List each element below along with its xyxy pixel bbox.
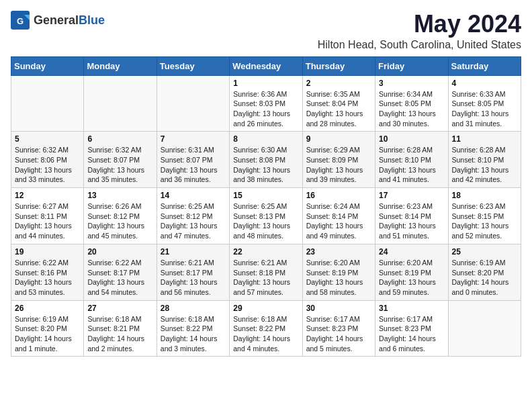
day-content: Sunrise: 6:23 AMSunset: 8:14 PMDaylight:… bbox=[379, 201, 444, 241]
day-number: 27 bbox=[87, 304, 152, 313]
calendar-cell: 8Sunrise: 6:30 AMSunset: 8:08 PMDaylight… bbox=[230, 132, 302, 188]
day-number: 14 bbox=[161, 191, 226, 200]
day-content: Sunrise: 6:20 AMSunset: 8:19 PMDaylight:… bbox=[379, 258, 444, 298]
calendar-cell: 15Sunrise: 6:25 AMSunset: 8:13 PMDayligh… bbox=[230, 188, 302, 244]
day-content: Sunrise: 6:31 AMSunset: 8:07 PMDaylight:… bbox=[161, 145, 226, 185]
calendar-cell: 4Sunrise: 6:33 AMSunset: 8:05 PMDaylight… bbox=[448, 75, 521, 132]
day-content: Sunrise: 6:33 AMSunset: 8:05 PMDaylight:… bbox=[452, 89, 517, 129]
day-content: Sunrise: 6:17 AMSunset: 8:23 PMDaylight:… bbox=[306, 314, 371, 354]
calendar-cell: 20Sunrise: 6:22 AMSunset: 8:17 PMDayligh… bbox=[84, 244, 157, 300]
day-number: 28 bbox=[161, 304, 226, 313]
svg-text:G: G bbox=[17, 16, 24, 26]
weekday-header: Thursday bbox=[302, 56, 375, 75]
day-number: 23 bbox=[306, 247, 371, 257]
day-number: 30 bbox=[306, 304, 371, 313]
calendar-subtitle: Hilton Head, South Carolina, United Stat… bbox=[318, 39, 521, 51]
day-number: 8 bbox=[233, 134, 298, 144]
calendar-week-row: 19Sunrise: 6:22 AMSunset: 8:16 PMDayligh… bbox=[11, 244, 521, 300]
calendar-cell: 11Sunrise: 6:28 AMSunset: 8:10 PMDayligh… bbox=[448, 132, 521, 188]
day-content: Sunrise: 6:35 AMSunset: 8:04 PMDaylight:… bbox=[306, 89, 371, 129]
calendar-cell: 31Sunrise: 6:17 AMSunset: 8:23 PMDayligh… bbox=[375, 300, 448, 357]
calendar-cell bbox=[11, 75, 84, 132]
day-number: 18 bbox=[452, 191, 517, 200]
weekday-header: Friday bbox=[375, 56, 448, 75]
calendar-cell: 6Sunrise: 6:32 AMSunset: 8:07 PMDaylight… bbox=[84, 132, 157, 188]
calendar-cell: 25Sunrise: 6:19 AMSunset: 8:20 PMDayligh… bbox=[448, 244, 521, 300]
day-content: Sunrise: 6:24 AMSunset: 8:14 PMDaylight:… bbox=[306, 201, 371, 241]
title-area: May 2024 Hilton Head, South Carolina, Un… bbox=[318, 11, 521, 51]
calendar-cell: 14Sunrise: 6:25 AMSunset: 8:12 PMDayligh… bbox=[157, 188, 229, 244]
weekday-header: Sunday bbox=[11, 56, 84, 75]
day-content: Sunrise: 6:18 AMSunset: 8:22 PMDaylight:… bbox=[161, 314, 226, 354]
day-content: Sunrise: 6:32 AMSunset: 8:06 PMDaylight:… bbox=[15, 145, 80, 185]
day-number: 3 bbox=[379, 79, 444, 88]
day-number: 25 bbox=[452, 247, 517, 257]
day-number: 4 bbox=[452, 79, 517, 88]
day-content: Sunrise: 6:22 AMSunset: 8:17 PMDaylight:… bbox=[87, 258, 152, 298]
calendar-cell: 26Sunrise: 6:19 AMSunset: 8:20 PMDayligh… bbox=[11, 300, 84, 357]
day-content: Sunrise: 6:25 AMSunset: 8:13 PMDaylight:… bbox=[233, 201, 298, 241]
weekday-header: Tuesday bbox=[157, 56, 229, 75]
calendar-cell: 16Sunrise: 6:24 AMSunset: 8:14 PMDayligh… bbox=[302, 188, 375, 244]
day-content: Sunrise: 6:32 AMSunset: 8:07 PMDaylight:… bbox=[87, 145, 152, 185]
day-number: 2 bbox=[306, 79, 371, 88]
calendar-week-row: 5Sunrise: 6:32 AMSunset: 8:06 PMDaylight… bbox=[11, 132, 521, 188]
calendar-cell: 19Sunrise: 6:22 AMSunset: 8:16 PMDayligh… bbox=[11, 244, 84, 300]
day-number: 1 bbox=[233, 79, 298, 88]
day-number: 22 bbox=[233, 247, 298, 257]
day-content: Sunrise: 6:30 AMSunset: 8:08 PMDaylight:… bbox=[233, 145, 298, 185]
calendar-cell: 1Sunrise: 6:36 AMSunset: 8:03 PMDaylight… bbox=[230, 75, 302, 132]
calendar-week-row: 26Sunrise: 6:19 AMSunset: 8:20 PMDayligh… bbox=[11, 300, 521, 357]
day-content: Sunrise: 6:18 AMSunset: 8:22 PMDaylight:… bbox=[233, 314, 298, 354]
day-content: Sunrise: 6:25 AMSunset: 8:12 PMDaylight:… bbox=[161, 201, 226, 241]
day-number: 16 bbox=[306, 191, 371, 200]
calendar-cell: 18Sunrise: 6:23 AMSunset: 8:15 PMDayligh… bbox=[448, 188, 521, 244]
day-number: 19 bbox=[15, 247, 80, 257]
calendar-cell: 23Sunrise: 6:20 AMSunset: 8:19 PMDayligh… bbox=[302, 244, 375, 300]
day-content: Sunrise: 6:36 AMSunset: 8:03 PMDaylight:… bbox=[233, 89, 298, 129]
day-number: 15 bbox=[233, 191, 298, 200]
day-content: Sunrise: 6:19 AMSunset: 8:20 PMDaylight:… bbox=[15, 314, 80, 354]
day-content: Sunrise: 6:27 AMSunset: 8:11 PMDaylight:… bbox=[15, 201, 80, 241]
day-number: 12 bbox=[15, 191, 80, 200]
calendar-cell bbox=[448, 300, 521, 357]
day-content: Sunrise: 6:21 AMSunset: 8:18 PMDaylight:… bbox=[233, 258, 298, 298]
day-content: Sunrise: 6:22 AMSunset: 8:16 PMDaylight:… bbox=[15, 258, 80, 298]
calendar-cell bbox=[157, 75, 229, 132]
day-number: 21 bbox=[161, 247, 226, 257]
day-number: 24 bbox=[379, 247, 444, 257]
day-content: Sunrise: 6:34 AMSunset: 8:05 PMDaylight:… bbox=[379, 89, 444, 129]
day-number: 29 bbox=[233, 304, 298, 313]
calendar-cell: 24Sunrise: 6:20 AMSunset: 8:19 PMDayligh… bbox=[375, 244, 448, 300]
calendar-cell: 21Sunrise: 6:21 AMSunset: 8:17 PMDayligh… bbox=[157, 244, 229, 300]
day-number: 26 bbox=[15, 304, 80, 313]
weekday-header: Wednesday bbox=[230, 56, 302, 75]
calendar-cell: 29Sunrise: 6:18 AMSunset: 8:22 PMDayligh… bbox=[230, 300, 302, 357]
day-number: 31 bbox=[379, 304, 444, 313]
calendar-title: May 2024 bbox=[318, 11, 521, 38]
page-header: G GeneralBlue May 2024 Hilton Head, Sout… bbox=[11, 11, 521, 51]
calendar-cell: 28Sunrise: 6:18 AMSunset: 8:22 PMDayligh… bbox=[157, 300, 229, 357]
day-number: 13 bbox=[87, 191, 152, 200]
day-content: Sunrise: 6:18 AMSunset: 8:21 PMDaylight:… bbox=[87, 314, 152, 354]
weekday-header: Saturday bbox=[448, 56, 521, 75]
day-content: Sunrise: 6:29 AMSunset: 8:09 PMDaylight:… bbox=[306, 145, 371, 185]
day-content: Sunrise: 6:28 AMSunset: 8:10 PMDaylight:… bbox=[379, 145, 444, 185]
calendar-cell: 27Sunrise: 6:18 AMSunset: 8:21 PMDayligh… bbox=[84, 300, 157, 357]
calendar-cell: 3Sunrise: 6:34 AMSunset: 8:05 PMDaylight… bbox=[375, 75, 448, 132]
calendar-cell bbox=[84, 75, 157, 132]
day-number: 11 bbox=[452, 134, 517, 144]
calendar-week-row: 12Sunrise: 6:27 AMSunset: 8:11 PMDayligh… bbox=[11, 188, 521, 244]
day-number: 6 bbox=[87, 134, 152, 144]
day-content: Sunrise: 6:28 AMSunset: 8:10 PMDaylight:… bbox=[452, 145, 517, 185]
calendar-cell: 12Sunrise: 6:27 AMSunset: 8:11 PMDayligh… bbox=[11, 188, 84, 244]
calendar-cell: 13Sunrise: 6:26 AMSunset: 8:12 PMDayligh… bbox=[84, 188, 157, 244]
logo-blue: Blue bbox=[79, 13, 105, 27]
day-number: 20 bbox=[87, 247, 152, 257]
logo-general: General bbox=[34, 13, 79, 27]
calendar-cell: 5Sunrise: 6:32 AMSunset: 8:06 PMDaylight… bbox=[11, 132, 84, 188]
day-number: 9 bbox=[306, 134, 371, 144]
day-number: 10 bbox=[379, 134, 444, 144]
logo: G GeneralBlue bbox=[11, 11, 105, 30]
calendar-table: SundayMondayTuesdayWednesdayThursdayFrid… bbox=[11, 56, 521, 357]
